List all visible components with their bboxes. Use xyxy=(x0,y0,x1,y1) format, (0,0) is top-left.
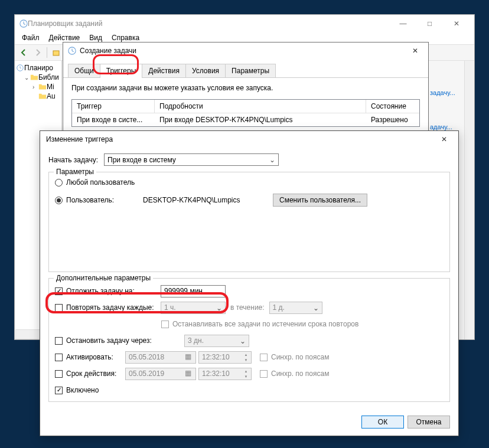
tab-general[interactable]: Общи xyxy=(68,64,100,77)
chevron-right-icon[interactable]: › xyxy=(32,84,38,90)
expire-date-input: 05.05.2019 ▦ xyxy=(125,368,196,380)
delay-label: Отложить задачу на: xyxy=(66,287,161,295)
tree-microsoft[interactable]: › Mi xyxy=(16,82,60,91)
tree-item[interactable]: Au xyxy=(16,91,60,101)
close-button[interactable]: ✕ xyxy=(443,15,470,32)
folder-icon xyxy=(38,83,47,91)
clock-icon xyxy=(68,47,76,55)
calendar-icon: ▦ xyxy=(185,352,194,362)
column-status[interactable]: Состояние xyxy=(366,100,419,113)
minimize-button[interactable]: ― xyxy=(390,15,416,32)
repeat-combo: 1 ч. ⌄ xyxy=(161,302,226,314)
spinner-icon: ▲▼ xyxy=(242,352,250,362)
tab-triggers[interactable]: Триггеры xyxy=(100,64,143,77)
any-user-label: Любой пользователь xyxy=(66,178,135,187)
maximize-button[interactable]: □ xyxy=(416,15,443,32)
edit-title: Изменение триггера xyxy=(46,135,436,143)
checkbox-stop-all xyxy=(161,321,169,328)
main-titlebar[interactable]: Планировщик заданий ― □ ✕ xyxy=(15,15,474,32)
delay-combo[interactable]: 999999 мин. ⌄ xyxy=(161,285,226,297)
duration-combo: 1 д. ⌄ xyxy=(269,302,322,314)
expire-time-input: 12:32:10 ▲▼ xyxy=(198,368,252,380)
tree-library[interactable]: ⌄ Библи xyxy=(16,73,60,82)
tab-description: При создании задачи вы можете указать ус… xyxy=(71,84,420,92)
tab-actions[interactable]: Действия xyxy=(142,64,186,77)
checkbox-enabled[interactable] xyxy=(55,387,63,394)
activate-label: Активировать: xyxy=(66,353,125,361)
clock-icon xyxy=(16,64,24,72)
column-trigger[interactable]: Триггер xyxy=(72,100,155,113)
chevron-down-icon: ⌄ xyxy=(238,336,247,346)
user-label: Пользователь: xyxy=(66,196,143,204)
expire-label: Срок действия: xyxy=(66,369,125,378)
svg-rect-1 xyxy=(53,51,59,55)
main-title: Планировщик заданий xyxy=(28,19,390,28)
stop-all-label: Останавливать все задачи по истечении ср… xyxy=(172,320,358,328)
activate-time-input: 12:32:10 ▲▼ xyxy=(198,351,252,364)
change-user-button[interactable]: Сменить пользователя... xyxy=(273,194,367,207)
chevron-down-icon[interactable]: ⌄ xyxy=(24,74,30,81)
chevron-down-icon: ⌄ xyxy=(268,155,277,165)
column-details[interactable]: Подробности xyxy=(155,100,366,113)
checkbox-stop-after[interactable] xyxy=(55,337,63,345)
create-title: Создание задачи xyxy=(80,47,407,55)
advanced-legend: Дополнительные параметры xyxy=(54,274,153,282)
stop-after-combo: 3 дн. ⌄ xyxy=(184,335,249,347)
sync-tz-label: Синхр. по поясам xyxy=(271,353,329,361)
folder-icon xyxy=(30,73,38,81)
trigger-table: Триггер Подробности Состояние При входе … xyxy=(71,99,420,127)
menu-file[interactable]: Файл xyxy=(17,32,44,44)
repeat-label: Повторять задачу каждые: xyxy=(66,303,161,312)
params-legend: Параметры xyxy=(54,168,96,176)
toolbar-action-icon[interactable] xyxy=(50,46,63,59)
tab-settings[interactable]: Параметры xyxy=(225,64,276,77)
edit-trigger-dialog: Изменение триггера ✕ Начать задачу: При … xyxy=(40,130,459,436)
folder-icon xyxy=(38,92,47,100)
create-titlebar[interactable]: Создание задачи ✕ xyxy=(63,42,428,59)
forward-button[interactable] xyxy=(31,46,44,59)
spinner-icon: ▲▼ xyxy=(242,368,250,379)
begin-task-label: Начать задачу: xyxy=(48,156,104,164)
chevron-down-icon: ⌄ xyxy=(214,287,224,296)
checkbox-repeat[interactable] xyxy=(55,304,63,312)
edit-titlebar[interactable]: Изменение триггера ✕ xyxy=(40,131,458,148)
tab-conditions[interactable]: Условия xyxy=(185,64,226,77)
checkbox-delay[interactable] xyxy=(55,287,63,295)
duration-label: в течение: xyxy=(230,303,265,312)
close-button[interactable]: ✕ xyxy=(407,45,423,57)
cancel-button[interactable]: Отмена xyxy=(407,416,450,429)
radio-specific-user[interactable] xyxy=(55,197,63,204)
radio-any-user[interactable] xyxy=(55,179,63,187)
calendar-icon: ▦ xyxy=(185,369,194,378)
checkbox-sync-tz xyxy=(260,370,268,378)
clock-icon xyxy=(19,19,28,28)
scrollbar[interactable] xyxy=(464,61,474,339)
ok-button[interactable]: ОК xyxy=(361,416,404,429)
chevron-down-icon: ⌄ xyxy=(311,303,321,313)
tabs: Общи Триггеры Действия Условия Параметры xyxy=(63,64,428,78)
sync-tz-label: Синхр. по поясам xyxy=(271,369,329,378)
tree-root[interactable]: Планиро xyxy=(16,63,60,73)
chevron-down-icon: ⌄ xyxy=(214,303,224,313)
activate-date-input: 05.05.2018 ▦ xyxy=(125,351,196,364)
back-button[interactable] xyxy=(17,46,30,59)
checkbox-sync-tz xyxy=(260,354,268,361)
enabled-label: Включено xyxy=(66,386,161,394)
checkbox-activate[interactable] xyxy=(55,354,63,361)
begin-task-combo[interactable]: При входе в систему ⌄ xyxy=(104,153,279,166)
table-row[interactable]: При входе в систе... При входе DESKTOP-K… xyxy=(72,113,419,126)
checkbox-expire[interactable] xyxy=(55,370,63,378)
user-value: DESKTOP-K7K4PNQ\Lumpics xyxy=(143,196,273,204)
stop-after-label: Остановить задачу через: xyxy=(66,336,161,345)
close-button[interactable]: ✕ xyxy=(436,133,452,145)
